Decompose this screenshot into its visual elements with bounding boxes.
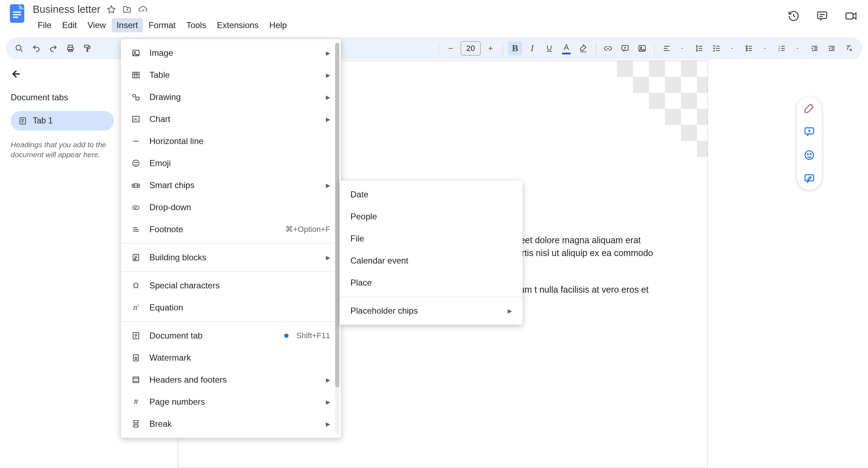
- svg-rect-1: [13, 11, 21, 13]
- menu-item-label: Footnote: [149, 224, 277, 234]
- bullet-dropdown-icon[interactable]: [758, 41, 772, 55]
- menu-item-special-characters[interactable]: Ω Special characters: [121, 275, 341, 297]
- emoji-reaction-icon[interactable]: [804, 149, 815, 161]
- menu-item-image[interactable]: Image ▶: [121, 42, 341, 64]
- menu-separator: [121, 321, 341, 322]
- menu-extensions[interactable]: Extensions: [212, 18, 264, 32]
- menu-item-footnote[interactable]: Footnote ⌘+Option+F: [121, 218, 341, 240]
- paint-format-icon[interactable]: [80, 41, 95, 55]
- submenu-arrow-icon: ▶: [326, 377, 330, 383]
- comments-icon[interactable]: [816, 10, 828, 22]
- equation-icon: π²: [130, 304, 142, 312]
- submenu-item-calendar-event[interactable]: Calendar event: [340, 250, 523, 272]
- chart-icon: [130, 115, 142, 123]
- svg-rect-26: [136, 97, 139, 100]
- move-icon[interactable]: [122, 5, 132, 14]
- clear-formatting-button[interactable]: [842, 41, 856, 55]
- menu-item-page-numbers[interactable]: # Page numbers ▶: [121, 391, 341, 413]
- menu-item-document-tab[interactable]: Document tab Shift+F11: [121, 325, 341, 347]
- undo-icon[interactable]: [29, 41, 43, 55]
- menu-item-horizontal-line[interactable]: Horizontal line: [121, 130, 341, 152]
- menu-item-label: Date: [350, 190, 512, 200]
- svg-point-23: [134, 52, 136, 53]
- line-spacing-button[interactable]: [692, 41, 706, 55]
- document-title[interactable]: Business letter: [33, 4, 100, 15]
- submenu-item-date[interactable]: Date: [340, 184, 523, 206]
- numbered-dropdown-icon[interactable]: [790, 41, 805, 55]
- add-comment-button[interactable]: [618, 41, 632, 55]
- dropdown-icon: [130, 203, 142, 212]
- underline-button[interactable]: [542, 41, 556, 55]
- menu-item-label: Smart chips: [149, 180, 318, 190]
- menu-edit[interactable]: Edit: [57, 18, 82, 32]
- menu-insert[interactable]: Insert: [112, 18, 143, 32]
- document-tab-chip[interactable]: Tab 1: [11, 111, 114, 131]
- indent-increase-button[interactable]: [825, 41, 839, 55]
- italic-button[interactable]: I: [525, 41, 539, 55]
- checklist-button[interactable]: [709, 41, 724, 55]
- redo-icon[interactable]: [46, 41, 60, 55]
- menu-file[interactable]: File: [33, 18, 57, 32]
- text-color-button[interactable]: A: [559, 41, 573, 55]
- svg-rect-38: [133, 355, 138, 361]
- checklist-dropdown-icon[interactable]: [725, 41, 739, 55]
- numbered-list-button[interactable]: 123: [775, 41, 789, 55]
- submenu-item-file[interactable]: File: [340, 228, 523, 250]
- docs-logo-icon[interactable]: [7, 4, 27, 23]
- align-button[interactable]: [660, 41, 674, 55]
- menu-item-label: Table: [149, 70, 318, 80]
- align-dropdown-icon[interactable]: [675, 41, 689, 55]
- cloud-status-icon[interactable]: [138, 5, 148, 14]
- menu-item-accelerator: Shift+F11: [296, 331, 330, 340]
- menu-help[interactable]: Help: [264, 18, 292, 32]
- menu-item-watermark[interactable]: Watermark: [121, 347, 341, 369]
- sidebar-back-icon[interactable]: [11, 68, 22, 80]
- submenu-item-placeholder-chips[interactable]: Placeholder chips ▶: [340, 300, 523, 322]
- bullet-list-button[interactable]: [742, 41, 756, 55]
- font-size-increase[interactable]: [483, 41, 498, 55]
- search-icon[interactable]: [12, 41, 26, 55]
- svg-rect-2: [13, 14, 21, 15]
- menu-scrollbar[interactable]: [335, 43, 339, 434]
- highlight-button[interactable]: [576, 41, 591, 55]
- menu-item-dropdown[interactable]: Drop-down: [121, 196, 341, 218]
- menu-item-drawing[interactable]: Drawing ▶: [121, 86, 341, 108]
- font-size-input[interactable]: 20: [461, 41, 481, 55]
- table-icon: [130, 71, 142, 79]
- menu-item-emoji[interactable]: Emoji: [121, 152, 341, 174]
- submenu-arrow-icon: ▶: [326, 94, 330, 101]
- suggest-edits-icon[interactable]: [804, 173, 815, 184]
- menu-item-chart[interactable]: Chart ▶: [121, 108, 341, 130]
- submenu-arrow-icon: ▶: [326, 72, 330, 79]
- title-area: Business letter File Edit View Insert Fo…: [33, 4, 292, 32]
- document-tab-icon: [130, 331, 142, 340]
- footnote-icon: [130, 225, 142, 234]
- menu-tools[interactable]: Tools: [181, 18, 211, 32]
- insert-image-button[interactable]: [635, 41, 649, 55]
- menu-view[interactable]: View: [83, 18, 111, 32]
- submenu-item-people[interactable]: People: [340, 206, 523, 228]
- menu-item-break[interactable]: Break ▶: [121, 413, 341, 435]
- indent-decrease-button[interactable]: [808, 41, 822, 55]
- svg-rect-5: [846, 13, 853, 19]
- menu-item-building-blocks[interactable]: Building blocks ▶: [121, 246, 341, 268]
- print-icon[interactable]: [63, 41, 78, 55]
- star-icon[interactable]: [107, 5, 116, 14]
- font-size-decrease[interactable]: [444, 41, 458, 55]
- submenu-item-place[interactable]: Place: [340, 272, 523, 294]
- smart-chips-icon: [130, 181, 142, 190]
- add-comment-rail-icon[interactable]: [804, 126, 815, 137]
- menu-item-equation[interactable]: π² Equation: [121, 297, 341, 319]
- menu-item-smart-chips[interactable]: Smart chips ▶: [121, 174, 341, 196]
- insert-link-button[interactable]: [601, 41, 615, 55]
- submenu-arrow-icon: ▶: [326, 399, 330, 405]
- meet-icon[interactable]: [845, 10, 857, 22]
- menu-item-headers-footers[interactable]: Headers and footers ▶: [121, 369, 341, 391]
- submenu-arrow-icon: ▶: [326, 182, 330, 189]
- history-icon[interactable]: [788, 10, 800, 22]
- ai-pencil-icon[interactable]: [804, 102, 815, 114]
- bold-button[interactable]: B: [508, 41, 522, 55]
- menu-item-table[interactable]: Table ▶: [121, 64, 341, 86]
- svg-point-14: [640, 47, 642, 48]
- menu-format[interactable]: Format: [144, 18, 181, 32]
